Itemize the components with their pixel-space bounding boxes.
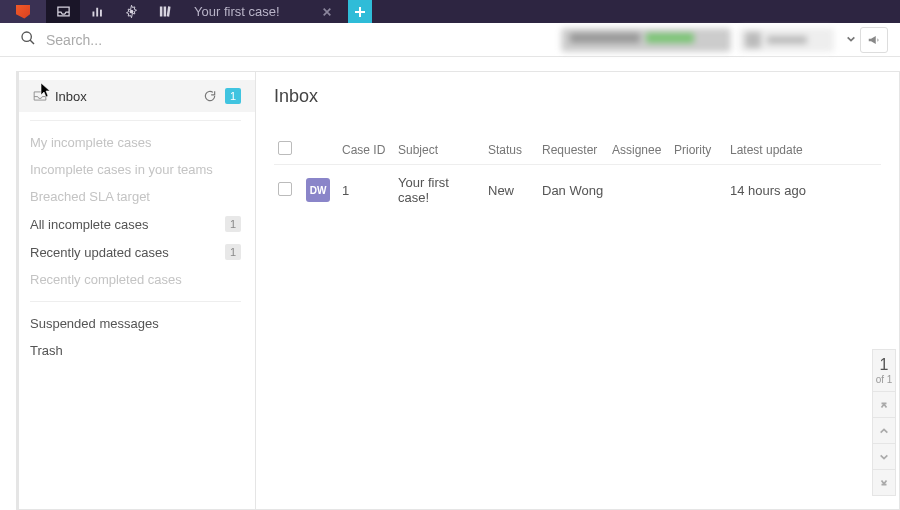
top-bar: Your first case!	[0, 0, 900, 23]
cell-priority	[670, 165, 726, 216]
nav-inbox-icon[interactable]	[46, 0, 80, 23]
header-right-controls	[561, 27, 888, 53]
svg-rect-0	[92, 12, 94, 17]
pager-last-button[interactable]	[873, 469, 895, 495]
search-input[interactable]	[46, 32, 561, 48]
table-row[interactable]: DW 1 Your first case! New Dan Wong 14 ho…	[274, 165, 881, 216]
col-latest-update[interactable]: Latest update	[726, 135, 881, 165]
sidebar-item-suspended[interactable]: Suspended messages	[30, 310, 241, 337]
brand-logo[interactable]	[0, 0, 46, 23]
pager-total: of 1	[876, 374, 893, 391]
sidebar-item-all-incomplete[interactable]: All incomplete cases 1	[30, 210, 241, 238]
pager: 1 of 1	[872, 349, 896, 496]
cell-requester: Dan Wong	[538, 165, 608, 216]
nav-library-icon[interactable]	[148, 0, 182, 23]
cell-assignee	[608, 165, 670, 216]
announcements-button[interactable]	[860, 27, 888, 53]
svg-rect-6	[166, 6, 170, 16]
chevron-down-icon[interactable]	[842, 32, 852, 47]
col-status[interactable]: Status	[484, 135, 538, 165]
sidebar-item-my-incomplete[interactable]: My incomplete cases	[30, 129, 241, 156]
sidebar-item-team-incomplete[interactable]: Incomplete cases in your teams	[30, 156, 241, 183]
svg-point-3	[129, 10, 133, 14]
col-case-id[interactable]: Case ID	[338, 135, 394, 165]
inbox-count-badge: 1	[225, 88, 241, 104]
page-title: Inbox	[274, 86, 881, 107]
tab-your-first-case[interactable]: Your first case!	[184, 0, 344, 23]
search-bar	[0, 23, 900, 57]
col-assignee[interactable]: Assignee	[608, 135, 670, 165]
col-requester[interactable]: Requester	[538, 135, 608, 165]
cases-table: Case ID Subject Status Requester Assigne…	[274, 135, 881, 215]
divider	[30, 120, 241, 121]
pager-next-button[interactable]	[873, 443, 895, 469]
cell-subject: Your first case!	[394, 165, 484, 216]
brand-icon	[16, 5, 30, 19]
pager-current: 1	[880, 350, 889, 374]
svg-rect-2	[100, 10, 102, 17]
svg-rect-5	[163, 7, 166, 17]
cell-latest-update: 14 hours ago	[726, 165, 881, 216]
sidebar-item-breached[interactable]: Breached SLA target	[30, 183, 241, 210]
org-selector[interactable]	[561, 28, 731, 52]
avatar: DW	[306, 178, 330, 202]
divider	[30, 301, 241, 302]
col-subject[interactable]: Subject	[394, 135, 484, 165]
select-all-checkbox[interactable]	[278, 141, 292, 155]
count-badge: 1	[225, 216, 241, 232]
sidebar-item-recently-completed[interactable]: Recently completed cases	[30, 266, 241, 293]
svg-rect-4	[159, 7, 162, 17]
sidebar: Inbox 1 My incomplete cases Incomplete c…	[16, 71, 256, 510]
main-area: Inbox 1 My incomplete cases Incomplete c…	[0, 57, 900, 510]
svg-point-7	[22, 32, 31, 41]
tab-strip: Your first case!	[184, 0, 372, 23]
row-checkbox[interactable]	[278, 182, 292, 196]
cell-status: New	[484, 165, 538, 216]
svg-rect-1	[96, 8, 98, 17]
col-priority[interactable]: Priority	[670, 135, 726, 165]
pager-first-button[interactable]	[873, 391, 895, 417]
sidebar-label: Inbox	[55, 89, 203, 104]
pager-prev-button[interactable]	[873, 417, 895, 443]
refresh-icon[interactable]	[203, 89, 217, 103]
content-panel: Inbox Case ID Subject Status Requester A…	[256, 71, 900, 510]
inbox-icon	[33, 90, 47, 102]
tab-add-button[interactable]	[348, 0, 372, 23]
cell-case-id: 1	[338, 165, 394, 216]
tab-close-icon[interactable]	[320, 5, 334, 19]
nav-settings-icon[interactable]	[114, 0, 148, 23]
user-selector[interactable]	[739, 28, 834, 52]
nav-reports-icon[interactable]	[80, 0, 114, 23]
sidebar-item-recently-updated[interactable]: Recently updated cases 1	[30, 238, 241, 266]
sidebar-item-inbox[interactable]: Inbox 1	[16, 80, 255, 112]
sidebar-item-trash[interactable]: Trash	[30, 337, 241, 364]
table-header-row: Case ID Subject Status Requester Assigne…	[274, 135, 881, 165]
tab-label: Your first case!	[194, 4, 280, 19]
search-icon	[20, 30, 36, 49]
count-badge: 1	[225, 244, 241, 260]
